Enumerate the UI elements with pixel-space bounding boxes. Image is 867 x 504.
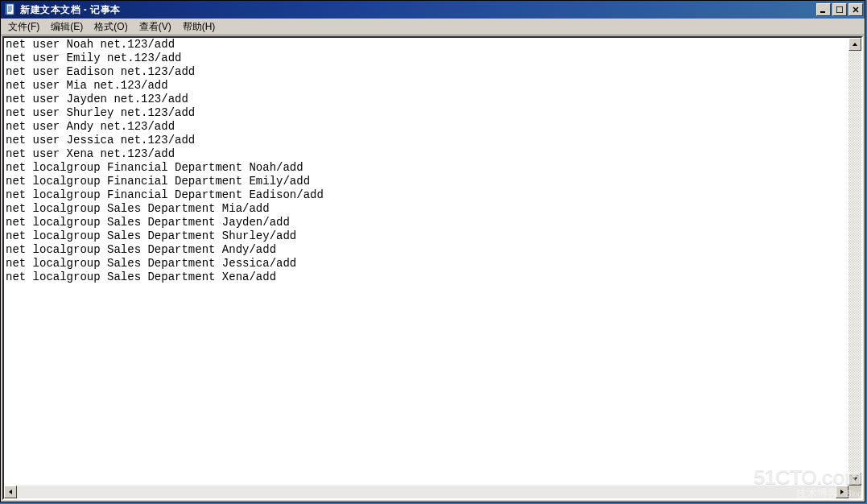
vertical-scrollbar[interactable] [848,38,861,485]
menubar: 文件(F) 编辑(E) 格式(O) 查看(V) 帮助(H) [1,19,865,35]
window-title: 新建文本文档 - 记事本 [20,3,816,17]
svg-rect-7 [836,6,843,13]
text-area[interactable]: net user Noah net.123/add net user Emily… [4,38,848,485]
svg-rect-1 [6,4,7,14]
scroll-left-button[interactable] [4,485,17,498]
menu-file[interactable]: 文件(F) [2,19,45,35]
minimize-button[interactable] [816,3,831,16]
horizontal-scroll-track[interactable] [17,485,836,498]
close-button[interactable] [848,3,863,16]
maximize-button[interactable] [832,3,847,16]
scrollbar-corner [848,485,861,498]
menu-edit[interactable]: 编辑(E) [45,19,89,35]
client-area: net user Noah net.123/add net user Emily… [4,38,861,498]
titlebar[interactable]: 新建文本文档 - 记事本 [1,1,865,19]
notepad-window: 新建文本文档 - 记事本 文件(F) 编辑(E) 格式(O) 查看(V) 帮助(… [0,0,865,502]
scroll-right-button[interactable] [836,485,848,498]
svg-rect-6 [820,11,825,13]
scroll-down-button[interactable] [848,473,861,485]
scroll-up-button[interactable] [848,38,861,51]
window-controls [816,3,865,16]
vertical-scroll-track[interactable] [848,51,861,473]
menu-view[interactable]: 查看(V) [134,19,177,35]
menu-help[interactable]: 帮助(H) [177,19,221,35]
horizontal-scrollbar[interactable] [4,485,848,498]
notepad-icon [4,3,17,16]
menu-format[interactable]: 格式(O) [89,19,133,35]
client-area-border: net user Noah net.123/add net user Emily… [2,36,863,500]
